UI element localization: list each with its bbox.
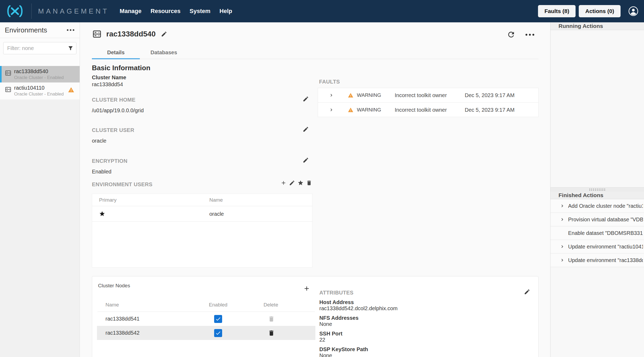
finished-action-item[interactable]: Add Oracle cluster node "ractiu104... (551, 199, 644, 213)
main-nav: Manage Resources System Help (120, 8, 232, 15)
fault-severity: WARNING (357, 88, 381, 102)
action-text: Update environment "ractiu104110". (568, 240, 643, 254)
delete-user-icon[interactable] (306, 180, 312, 186)
finished-actions-title: Finished Actions (559, 192, 603, 198)
chevron-right-icon[interactable] (560, 258, 565, 263)
cluster-name-field: Cluster Name rac1338dd54 (92, 74, 126, 88)
fault-date: Dec 5, 2023 9:17 AM (465, 103, 515, 117)
attribute-label: NFS Addresses (319, 315, 398, 321)
nav-system[interactable]: System (190, 8, 210, 15)
enabled-checkbox[interactable] (214, 329, 222, 337)
filter-icon[interactable] (68, 45, 74, 51)
attribute-ssh-port: SSH Port 22 (319, 331, 398, 343)
header-divider (31, 3, 32, 19)
column-name: Name (105, 302, 119, 308)
cluster-nodes-label: Cluster Nodes (98, 283, 130, 289)
add-node-icon[interactable] (303, 285, 310, 292)
finished-actions-empty-area (551, 267, 644, 357)
faults-button[interactable]: Faults (8) (538, 5, 576, 17)
chevron-right-icon[interactable] (329, 93, 334, 98)
action-text: Add Oracle cluster node "ractiu104... (568, 199, 643, 213)
chevron-right-icon[interactable] (560, 217, 565, 222)
environment-details-panel: rac1338dd540 Details Databases Basic Inf… (80, 22, 550, 357)
edit-attributes-icon[interactable] (524, 289, 530, 295)
chevron-right-icon[interactable] (560, 203, 565, 209)
fault-row[interactable]: WARNING Incorrect toolkit owner Dec 5, 2… (318, 88, 538, 102)
nav-help[interactable]: Help (219, 8, 232, 15)
field-value: rac1338dd54 (92, 81, 126, 88)
field-label: CLUSTER HOME (92, 97, 144, 103)
delete-node-icon[interactable] (268, 316, 275, 322)
user-avatar[interactable] (628, 6, 639, 16)
refresh-icon[interactable] (507, 30, 515, 39)
delphix-logo-icon (5, 4, 25, 18)
filter-box (3, 42, 76, 54)
actions-sidebar: Running Actions Finished Actions Add Ora… (550, 22, 644, 357)
brand-title: MANAGEMENT (38, 7, 109, 15)
set-primary-star-icon[interactable] (297, 180, 304, 186)
actions-button[interactable]: Actions (0) (579, 5, 621, 17)
fault-row[interactable]: WARNING Incorrect toolkit owner Dec 5, 2… (318, 102, 538, 117)
more-menu-icon[interactable] (525, 32, 534, 37)
table-row[interactable]: oracle (92, 206, 312, 222)
fault-date: Dec 5, 2023 9:17 AM (465, 88, 515, 102)
column-primary: Primary (99, 194, 116, 206)
environment-name: rac1338dd540 (14, 68, 64, 75)
page-title: rac1338dd540 (106, 30, 156, 38)
tab-details[interactable]: Details (92, 46, 140, 59)
attribute-host-address: Host Address rac1338dd542.dcol2.delphix.… (319, 299, 398, 312)
field-value: Enabled (92, 169, 127, 175)
finished-action-item[interactable]: Enable dataset "DBOMSRB331B3". (551, 226, 644, 240)
environments-list-panel: Environments rac1338dd540 Oracle Cluster… (0, 22, 80, 99)
cluster-nodes-card: Cluster Nodes Name Enabled Delete rac133… (92, 276, 539, 357)
attribute-label: Host Address (319, 299, 398, 305)
node-row-rac1338dd542[interactable]: rac1338dd542 (97, 326, 315, 340)
enabled-checkbox[interactable] (214, 315, 222, 323)
fault-title: Incorrect toolkit owner (395, 88, 447, 102)
user-name: oracle (209, 206, 224, 222)
header-actions: Faults (8) Actions (0) (538, 5, 639, 17)
sidebar-overflow-menu-icon[interactable] (67, 29, 74, 31)
nav-manage[interactable]: Manage (120, 8, 141, 15)
edit-cluster-home-icon[interactable] (303, 96, 309, 102)
cluster-environment-icon (5, 86, 12, 93)
attribute-value: 22 (319, 337, 398, 343)
field-label: CLUSTER USER (92, 127, 134, 133)
divider (0, 38, 80, 38)
environment-users-table: Primary Name oracle (92, 194, 312, 268)
app-window: MANAGEMENT Manage Resources System Help … (0, 0, 644, 357)
tab-bar: Details Databases (92, 46, 188, 59)
environment-name: ractiu104110 (14, 85, 64, 91)
column-enabled: Enabled (202, 302, 234, 308)
tab-divider (92, 59, 539, 59)
nav-resources[interactable]: Resources (150, 8, 181, 15)
running-actions-header: Running Actions (551, 22, 644, 30)
edit-user-icon[interactable] (289, 180, 295, 186)
finished-action-item[interactable]: Update environment "rac1338dd54... (551, 254, 644, 267)
finished-action-item[interactable]: Provision virtual database "VDBO_... (551, 213, 644, 226)
tab-databases[interactable]: Databases (140, 46, 188, 59)
finished-action-item[interactable]: Update environment "ractiu104110". (551, 240, 644, 254)
delete-node-icon[interactable] (268, 330, 275, 337)
filter-input[interactable] (3, 42, 76, 54)
add-user-icon[interactable] (280, 180, 287, 186)
edit-title-icon[interactable] (161, 31, 167, 37)
field-value: /u01/app/19.0.0.0/grid (92, 107, 144, 114)
environment-subtitle: Oracle Cluster - Enabled (14, 91, 64, 97)
top-nav-bar: MANAGEMENT Manage Resources System Help … (0, 0, 644, 22)
chevron-right-icon[interactable] (560, 244, 565, 249)
primary-star-icon (99, 211, 105, 217)
node-row-rac1338dd541[interactable]: rac1338dd541 (97, 312, 315, 326)
field-value: oracle (92, 138, 134, 144)
user-avatar-icon (628, 6, 639, 16)
panel-resize-handle[interactable] (551, 187, 644, 192)
chevron-right-icon[interactable] (329, 107, 334, 113)
attribute-value: None (319, 321, 398, 327)
attribute-value: rac1338dd542.dcol2.delphix.com (319, 305, 398, 312)
edit-cluster-user-icon[interactable] (303, 126, 309, 132)
edit-encryption-icon[interactable] (303, 157, 309, 163)
environment-item-rac1338dd540[interactable]: rac1338dd540 Oracle Cluster - Enabled (0, 66, 80, 82)
delphix-logo[interactable] (5, 4, 26, 18)
environment-item-ractiu104110[interactable]: ractiu104110 Oracle Cluster - Enabled (0, 82, 80, 99)
grip-dots-icon (589, 188, 606, 191)
